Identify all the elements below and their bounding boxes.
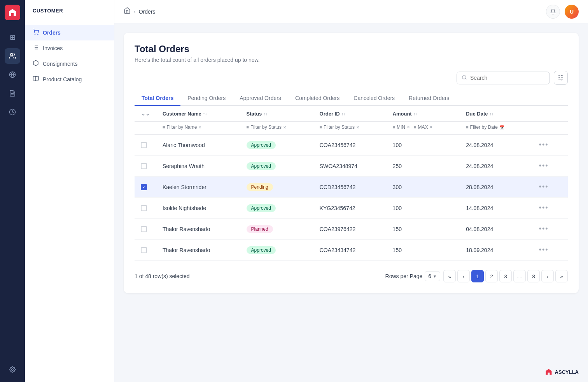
row-checkbox[interactable] — [141, 247, 147, 253]
tab-completed-orders[interactable]: Completed Orders — [288, 91, 346, 106]
row-checkbox[interactable] — [141, 205, 147, 211]
search-input[interactable] — [470, 75, 545, 81]
row-checkbox-cell[interactable] — [135, 198, 156, 219]
customer-name-cell: Thalor Ravenshado — [156, 240, 240, 261]
last-page-button[interactable]: » — [555, 270, 568, 282]
clear-max-filter[interactable]: ✕ — [429, 125, 432, 129]
filter-icon: ≡ — [466, 125, 468, 130]
select-all-header[interactable]: ⌄⌄ — [135, 106, 156, 122]
tab-total-orders[interactable]: Total Orders — [135, 91, 180, 106]
more-options-button[interactable]: ••• — [537, 203, 551, 213]
user-avatar[interactable]: U — [565, 5, 579, 19]
clear-order-filter[interactable]: ✕ — [356, 125, 359, 130]
more-options-button[interactable]: ••• — [537, 224, 551, 234]
row-checkbox-cell[interactable] — [135, 156, 156, 177]
amount-cell: 100 — [387, 135, 460, 156]
orders-label: Orders — [43, 30, 61, 36]
amount-header[interactable]: Amount ↑↓ — [387, 106, 460, 122]
calendar-icon[interactable]: 📅 — [499, 125, 504, 130]
icon-sidebar: ⊞ — [0, 0, 25, 382]
filter-button[interactable] — [554, 71, 568, 85]
ellipsis: .... — [513, 270, 526, 282]
globe-nav-icon[interactable] — [5, 67, 20, 82]
row-checkbox-cell[interactable]: ✓ — [135, 177, 156, 198]
tab-pending-orders[interactable]: Pending Orders — [180, 91, 233, 106]
chart-nav-icon[interactable] — [5, 104, 20, 120]
users-nav-icon[interactable] — [5, 48, 20, 64]
nav-item-consignments[interactable]: Consignments — [25, 56, 114, 72]
status-badge: Approved — [247, 162, 276, 170]
filter-icon: ≡ — [247, 125, 249, 130]
order-id-cell: COA23434742 — [313, 240, 387, 261]
name-filter[interactable]: ≡ Filter by Name ✕ — [163, 124, 201, 131]
row-checkbox-cell[interactable] — [135, 219, 156, 240]
more-options-button[interactable]: ••• — [537, 182, 551, 192]
due-date-header[interactable]: Due Date ↑↓ — [460, 106, 530, 122]
due-date-cell: 24.08.2024 — [460, 156, 530, 177]
tab-approved-orders[interactable]: Approved Orders — [233, 91, 288, 106]
row-checkbox-cell[interactable] — [135, 240, 156, 261]
top-bar-right: U — [546, 5, 579, 19]
customer-name-cell: Isolde Nightshade — [156, 198, 240, 219]
table-row: Alaric Thornwood Approved COA23456742 10… — [135, 135, 568, 156]
page-body: Total Orders Here's the total count of a… — [114, 23, 588, 382]
status-header[interactable]: Status ↑↓ — [240, 106, 313, 122]
max-filter[interactable]: ≡ MAX ✕ — [414, 124, 432, 131]
filter-row: ≡ Filter by Name ✕ ≡ Filter by Status ✕ — [135, 122, 568, 135]
nav-item-catalog[interactable]: Product Catalog — [25, 72, 114, 87]
actions-cell[interactable]: ••• — [530, 240, 568, 261]
grid-nav-icon[interactable]: ⊞ — [5, 30, 20, 45]
clear-min-filter[interactable]: ✕ — [407, 125, 410, 129]
nav-item-orders[interactable]: Orders — [25, 25, 114, 40]
home-icon[interactable] — [124, 7, 131, 16]
min-filter[interactable]: ≡ MIN ✕ — [393, 124, 410, 131]
row-checkbox[interactable] — [141, 226, 147, 232]
row-checkbox[interactable] — [141, 163, 147, 169]
date-filter[interactable]: ≡ Filter by Date 📅 — [466, 124, 504, 131]
settings-nav-icon[interactable] — [5, 362, 20, 377]
more-options-button[interactable]: ••• — [537, 161, 551, 171]
page-3-button[interactable]: 3 — [499, 270, 512, 282]
actions-cell[interactable]: ••• — [530, 177, 568, 198]
document-nav-icon[interactable] — [5, 86, 20, 101]
status-filter[interactable]: ≡ Filter by Status ✕ — [247, 124, 286, 131]
tab-canceled-orders[interactable]: Canceled Orders — [346, 91, 402, 106]
status-cell: Approved — [240, 198, 313, 219]
breadcrumb: › Orders — [124, 7, 155, 16]
more-options-button[interactable]: ••• — [537, 245, 551, 255]
due-date-cell: 04.08.2024 — [460, 219, 530, 240]
page-8-button[interactable]: 8 — [527, 270, 540, 282]
order-status-filter[interactable]: ≡ Filter by Status ✕ — [320, 124, 359, 131]
order-id-header[interactable]: Order ID ↑↓ — [313, 106, 387, 122]
due-date-cell: 28.08.2024 — [460, 177, 530, 198]
page-1-button[interactable]: 1 — [471, 270, 484, 282]
customer-name-cell: Kaelen Stormrider — [156, 177, 240, 198]
customer-name-cell: Thalor Ravenshado — [156, 219, 240, 240]
row-checkbox-cell[interactable] — [135, 135, 156, 156]
sort-icon: ↑↓ — [413, 111, 418, 116]
customer-name-header[interactable]: Customer Name ↑↓ — [156, 106, 240, 122]
rows-per-page-select[interactable]: 6 ▼ — [425, 271, 440, 281]
prev-page-button[interactable]: ‹ — [457, 270, 470, 282]
nav-item-invoices[interactable]: Invoices — [25, 40, 114, 56]
sort-icon: ↑↓ — [263, 111, 268, 116]
due-date-cell: 24.08.2024 — [460, 135, 530, 156]
tab-returned-orders[interactable]: Returned Orders — [402, 91, 456, 106]
actions-cell[interactable]: ••• — [530, 219, 568, 240]
actions-cell[interactable]: ••• — [530, 156, 568, 177]
actions-cell[interactable]: ••• — [530, 198, 568, 219]
notification-button[interactable] — [546, 5, 560, 19]
first-page-button[interactable]: « — [443, 270, 456, 282]
row-checkbox[interactable] — [141, 142, 147, 148]
actions-cell[interactable]: ••• — [530, 135, 568, 156]
pagination-right: Rows per Page 6 ▼ « ‹ 1 2 3 .... 8 — [385, 270, 568, 282]
tabs: Total Orders Pending Orders Approved Ord… — [135, 91, 568, 106]
next-page-button[interactable]: › — [541, 270, 554, 282]
more-options-button[interactable]: ••• — [537, 140, 551, 150]
clear-status-filter[interactable]: ✕ — [283, 125, 286, 130]
row-checkbox[interactable]: ✓ — [141, 184, 147, 190]
sort-icon: ↑↓ — [341, 111, 346, 116]
page-2-button[interactable]: 2 — [485, 270, 498, 282]
expand-icon[interactable]: ⌄⌄ — [141, 110, 150, 117]
clear-name-filter[interactable]: ✕ — [198, 125, 201, 130]
